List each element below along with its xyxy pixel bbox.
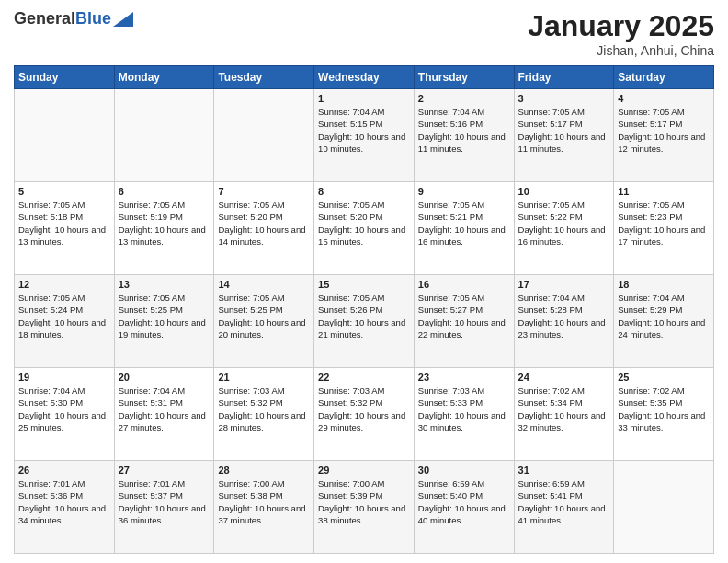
- day-info: Sunrise: 7:05 AMSunset: 5:25 PMDaylight:…: [119, 292, 210, 340]
- day-info: Sunrise: 7:04 AMSunset: 5:29 PMDaylight:…: [618, 292, 710, 340]
- day-number: 26: [18, 465, 110, 476]
- day-info: Sunrise: 7:03 AMSunset: 5:33 PMDaylight:…: [418, 385, 510, 433]
- day-info: Sunrise: 7:00 AMSunset: 5:38 PMDaylight:…: [218, 477, 310, 526]
- day-number: 18: [618, 279, 710, 290]
- calendar-cell: 22Sunrise: 7:03 AMSunset: 5:32 PMDayligh…: [314, 368, 415, 461]
- calendar-cell: 21Sunrise: 7:03 AMSunset: 5:32 PMDayligh…: [214, 368, 314, 461]
- day-info: Sunrise: 7:04 AMSunset: 5:30 PMDaylight:…: [18, 385, 110, 433]
- day-number: 20: [119, 372, 210, 383]
- header: GeneralBlue January 2025 Jishan, Anhui, …: [14, 9, 714, 58]
- calendar-cell: 18Sunrise: 7:04 AMSunset: 5:29 PMDayligh…: [614, 275, 714, 368]
- day-number: 14: [218, 279, 310, 290]
- day-header-thursday: Thursday: [414, 66, 514, 89]
- month-title: January 2025: [528, 9, 714, 43]
- day-number: 6: [119, 186, 210, 197]
- location: Jishan, Anhui, China: [528, 43, 714, 58]
- day-info: Sunrise: 7:04 AMSunset: 5:31 PMDaylight:…: [119, 385, 210, 433]
- page: GeneralBlue January 2025 Jishan, Anhui, …: [0, 0, 728, 563]
- calendar-header: SundayMondayTuesdayWednesdayThursdayFrid…: [15, 66, 714, 89]
- calendar-cell: 11Sunrise: 7:05 AMSunset: 5:23 PMDayligh…: [614, 182, 714, 275]
- title-block: January 2025 Jishan, Anhui, China: [528, 9, 714, 58]
- day-header-tuesday: Tuesday: [214, 66, 314, 89]
- calendar-cell: [614, 461, 714, 554]
- day-number: 31: [518, 465, 610, 476]
- calendar-cell: 23Sunrise: 7:03 AMSunset: 5:33 PMDayligh…: [414, 368, 514, 461]
- calendar-cell: 25Sunrise: 7:02 AMSunset: 5:35 PMDayligh…: [614, 368, 714, 461]
- calendar-cell: 15Sunrise: 7:05 AMSunset: 5:26 PMDayligh…: [314, 275, 415, 368]
- day-info: Sunrise: 6:59 AMSunset: 5:41 PMDaylight:…: [518, 477, 610, 526]
- logo-blue: Blue: [75, 9, 111, 28]
- calendar-cell: 26Sunrise: 7:01 AMSunset: 5:36 PMDayligh…: [15, 461, 115, 554]
- day-info: Sunrise: 7:02 AMSunset: 5:35 PMDaylight:…: [618, 385, 710, 433]
- day-number: 7: [218, 186, 310, 197]
- day-number: 4: [618, 93, 710, 104]
- day-number: 17: [518, 279, 610, 290]
- day-info: Sunrise: 7:03 AMSunset: 5:32 PMDaylight:…: [318, 385, 410, 433]
- day-number: 15: [318, 279, 410, 290]
- week-row-3: 12Sunrise: 7:05 AMSunset: 5:24 PMDayligh…: [15, 275, 714, 368]
- day-info: Sunrise: 7:05 AMSunset: 5:24 PMDaylight:…: [18, 292, 110, 340]
- day-header-monday: Monday: [114, 66, 214, 89]
- calendar-cell: 6Sunrise: 7:05 AMSunset: 5:19 PMDaylight…: [114, 182, 214, 275]
- calendar-cell: 20Sunrise: 7:04 AMSunset: 5:31 PMDayligh…: [114, 368, 214, 461]
- day-number: 9: [418, 186, 510, 197]
- calendar-cell: [114, 89, 214, 182]
- day-info: Sunrise: 7:05 AMSunset: 5:26 PMDaylight:…: [318, 292, 410, 340]
- day-number: 10: [518, 186, 610, 197]
- day-info: Sunrise: 7:05 AMSunset: 5:18 PMDaylight:…: [18, 199, 110, 247]
- calendar-cell: 27Sunrise: 7:01 AMSunset: 5:37 PMDayligh…: [114, 461, 214, 554]
- calendar-cell: 16Sunrise: 7:05 AMSunset: 5:27 PMDayligh…: [414, 275, 514, 368]
- calendar-cell: 31Sunrise: 6:59 AMSunset: 5:41 PMDayligh…: [514, 461, 614, 554]
- day-info: Sunrise: 7:02 AMSunset: 5:34 PMDaylight:…: [518, 385, 610, 433]
- day-number: 21: [218, 372, 310, 383]
- day-info: Sunrise: 7:04 AMSunset: 5:15 PMDaylight:…: [318, 106, 410, 155]
- day-info: Sunrise: 7:01 AMSunset: 5:36 PMDaylight:…: [18, 477, 110, 526]
- day-info: Sunrise: 7:05 AMSunset: 5:17 PMDaylight:…: [518, 106, 610, 155]
- day-header-sunday: Sunday: [15, 66, 115, 89]
- calendar: SundayMondayTuesdayWednesdayThursdayFrid…: [14, 65, 714, 554]
- day-number: 29: [318, 465, 410, 476]
- calendar-cell: 19Sunrise: 7:04 AMSunset: 5:30 PMDayligh…: [15, 368, 115, 461]
- calendar-cell: 28Sunrise: 7:00 AMSunset: 5:38 PMDayligh…: [214, 461, 314, 554]
- logo-icon: [113, 12, 133, 27]
- day-number: 8: [318, 186, 410, 197]
- calendar-cell: [214, 89, 314, 182]
- calendar-cell: 14Sunrise: 7:05 AMSunset: 5:25 PMDayligh…: [214, 275, 314, 368]
- calendar-cell: 3Sunrise: 7:05 AMSunset: 5:17 PMDaylight…: [514, 89, 614, 182]
- day-number: 24: [518, 372, 610, 383]
- day-number: 25: [618, 372, 710, 383]
- day-info: Sunrise: 7:05 AMSunset: 5:23 PMDaylight:…: [618, 199, 710, 247]
- day-info: Sunrise: 7:01 AMSunset: 5:37 PMDaylight:…: [119, 477, 210, 526]
- day-header-friday: Friday: [514, 66, 614, 89]
- calendar-cell: 1Sunrise: 7:04 AMSunset: 5:15 PMDaylight…: [314, 89, 415, 182]
- svg-marker-0: [113, 12, 133, 27]
- day-number: 16: [418, 279, 510, 290]
- day-header-wednesday: Wednesday: [314, 66, 415, 89]
- day-info: Sunrise: 7:05 AMSunset: 5:19 PMDaylight:…: [119, 199, 210, 247]
- day-info: Sunrise: 7:05 AMSunset: 5:20 PMDaylight:…: [218, 199, 310, 247]
- week-row-1: 1Sunrise: 7:04 AMSunset: 5:15 PMDaylight…: [15, 89, 714, 182]
- calendar-cell: 5Sunrise: 7:05 AMSunset: 5:18 PMDaylight…: [15, 182, 115, 275]
- calendar-cell: 4Sunrise: 7:05 AMSunset: 5:17 PMDaylight…: [614, 89, 714, 182]
- logo-general: General: [14, 9, 75, 28]
- calendar-cell: 30Sunrise: 6:59 AMSunset: 5:40 PMDayligh…: [414, 461, 514, 554]
- day-info: Sunrise: 7:00 AMSunset: 5:39 PMDaylight:…: [318, 477, 410, 526]
- day-info: Sunrise: 7:05 AMSunset: 5:22 PMDaylight:…: [518, 199, 610, 247]
- day-number: 12: [18, 279, 110, 290]
- calendar-cell: 24Sunrise: 7:02 AMSunset: 5:34 PMDayligh…: [514, 368, 614, 461]
- day-info: Sunrise: 7:05 AMSunset: 5:21 PMDaylight:…: [418, 199, 510, 247]
- calendar-cell: [15, 89, 115, 182]
- day-info: Sunrise: 7:03 AMSunset: 5:32 PMDaylight:…: [218, 385, 310, 433]
- day-number: 19: [18, 372, 110, 383]
- logo: GeneralBlue: [14, 9, 133, 29]
- day-number: 28: [218, 465, 310, 476]
- calendar-cell: 17Sunrise: 7:04 AMSunset: 5:28 PMDayligh…: [514, 275, 614, 368]
- day-number: 22: [318, 372, 410, 383]
- day-info: Sunrise: 7:05 AMSunset: 5:25 PMDaylight:…: [218, 292, 310, 340]
- day-number: 1: [318, 93, 410, 104]
- calendar-cell: 12Sunrise: 7:05 AMSunset: 5:24 PMDayligh…: [15, 275, 115, 368]
- calendar-cell: 13Sunrise: 7:05 AMSunset: 5:25 PMDayligh…: [114, 275, 214, 368]
- day-info: Sunrise: 7:04 AMSunset: 5:16 PMDaylight:…: [418, 106, 510, 155]
- day-info: Sunrise: 7:05 AMSunset: 5:20 PMDaylight:…: [318, 199, 410, 247]
- week-row-5: 26Sunrise: 7:01 AMSunset: 5:36 PMDayligh…: [15, 461, 714, 554]
